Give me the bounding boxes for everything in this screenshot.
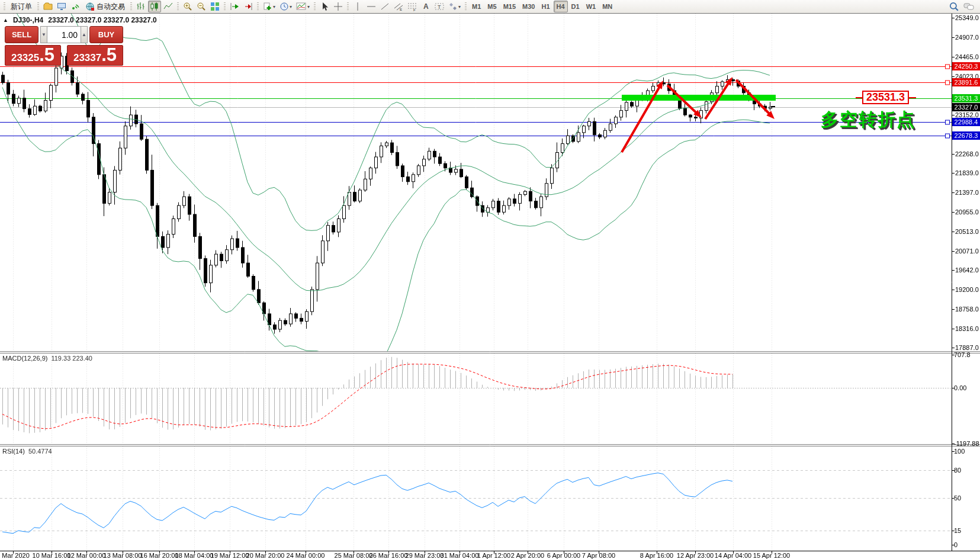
- one-click-trade-panel: SELL ▼ ▲ BUY 23325 .5 23337 .5: [5, 26, 123, 66]
- svg-text:T: T: [438, 4, 441, 10]
- horizontal-line-tool-icon[interactable]: [365, 1, 378, 12]
- sell-button[interactable]: SELL: [5, 26, 38, 43]
- new-order-button[interactable]: 新订单: [8, 1, 35, 12]
- auto-scroll-icon[interactable]: [228, 1, 241, 12]
- main-toolbar: 新订单 自动交易: [0, 0, 980, 14]
- new-chart-button[interactable]: ▾: [261, 1, 277, 12]
- periods-button[interactable]: ▾: [278, 1, 294, 12]
- collapse-panel-icon[interactable]: ▲: [3, 17, 8, 23]
- zoom-out-icon[interactable]: [195, 1, 208, 12]
- tab-timeframe-D1[interactable]: D1: [568, 1, 583, 12]
- toolbar-drag-handle[interactable]: [177, 2, 179, 11]
- symbol-period-label: DJ30-,H4: [13, 16, 43, 24]
- terminal-icon[interactable]: [55, 1, 68, 12]
- turning-point-annotation[interactable]: 多空转折点: [821, 108, 915, 132]
- tab-timeframe-M1[interactable]: M1: [469, 1, 484, 12]
- toolbar-drag-handle[interactable]: [314, 2, 316, 11]
- svg-text:A: A: [423, 2, 429, 11]
- text-label-tool-icon[interactable]: T: [433, 1, 446, 12]
- chevron-down-icon: ▾: [307, 4, 310, 9]
- rsi-label: RSI(14): [2, 448, 25, 455]
- autotrading-button[interactable]: 自动交易: [82, 1, 128, 12]
- toolbar-drag-handle[interactable]: [224, 2, 226, 11]
- equidistant-channel-tool-icon[interactable]: E: [392, 1, 405, 12]
- tab-timeframe-H4[interactable]: H4: [554, 1, 568, 12]
- tab-timeframe-M15[interactable]: M15: [500, 1, 519, 12]
- text-tool-icon[interactable]: A: [419, 1, 432, 12]
- rsi-pane-title: RSI(14)50.4774: [2, 448, 52, 455]
- cursor-icon[interactable]: [318, 1, 331, 12]
- chart-title: ▲ DJ30-,H4 23327.0 23327.0 23327.0 23327…: [3, 16, 157, 24]
- chevron-down-icon: ▾: [290, 4, 292, 9]
- toolbar-drag-handle[interactable]: [4, 2, 5, 11]
- volume-decrease-button[interactable]: ▼: [40, 26, 47, 43]
- line-chart-icon[interactable]: [162, 1, 175, 12]
- chat-icon[interactable]: [962, 1, 976, 12]
- fibonacci-tool-icon[interactable]: F: [406, 1, 419, 12]
- trendline-tool-icon[interactable]: [378, 1, 391, 12]
- tab-timeframe-W1[interactable]: W1: [583, 1, 599, 12]
- rsi-value: 50.4774: [28, 448, 52, 455]
- tab-timeframe-H1[interactable]: H1: [538, 1, 552, 12]
- sell-price-fraction: .5: [39, 46, 54, 64]
- autotrading-label: 自动交易: [97, 2, 125, 12]
- toolbar-drag-handle[interactable]: [347, 2, 349, 11]
- toolbar-drag-handle[interactable]: [465, 2, 467, 11]
- sell-price-button[interactable]: 23325 .5: [5, 45, 61, 66]
- toolbar-drag-handle[interactable]: [130, 2, 132, 11]
- macd-label: MACD(12,26,9): [2, 355, 47, 362]
- volume-input[interactable]: [47, 26, 81, 43]
- chevron-down-icon: ▾: [273, 4, 275, 9]
- volume-stepper: ▼ ▲: [40, 26, 88, 43]
- timeframe-group: M1M5M15M30H1H4D1W1MN: [469, 1, 615, 12]
- volume-increase-button[interactable]: ▲: [81, 26, 88, 43]
- buy-price-button[interactable]: 23337 .5: [67, 45, 123, 66]
- bar-chart-icon[interactable]: [134, 1, 147, 12]
- search-icon[interactable]: [947, 1, 961, 12]
- svg-text:E: E: [400, 8, 402, 11]
- chevron-down-icon: ▾: [458, 4, 461, 9]
- tile-windows-icon[interactable]: [208, 1, 221, 12]
- autotrading-globe-icon: [85, 2, 95, 11]
- chart-profile-icon[interactable]: [41, 1, 54, 12]
- chart-canvas[interactable]: [0, 0, 980, 559]
- price-level-annotation-box[interactable]: 23531.3: [862, 91, 909, 104]
- tab-timeframe-M30[interactable]: M30: [519, 1, 538, 12]
- vertical-line-tool-icon[interactable]: [351, 1, 364, 12]
- tab-timeframe-MN[interactable]: MN: [599, 1, 615, 12]
- buy-price-fraction: .5: [101, 46, 117, 64]
- tab-timeframe-M5[interactable]: M5: [484, 1, 499, 12]
- signals-icon[interactable]: [69, 1, 82, 12]
- buy-button[interactable]: BUY: [89, 26, 123, 43]
- buy-price-main: 23337: [73, 49, 101, 66]
- shapes-tool-button[interactable]: ▾: [446, 1, 462, 12]
- svg-text:F: F: [413, 8, 416, 11]
- candlestick-chart-icon[interactable]: [148, 1, 161, 12]
- zoom-in-icon[interactable]: [181, 1, 194, 12]
- crosshair-icon[interactable]: [332, 1, 345, 12]
- toolbar-drag-handle[interactable]: [37, 2, 39, 11]
- macd-pane-title: MACD(12,26,9)119.33 223.40: [2, 355, 92, 362]
- sell-price-main: 23325: [11, 49, 39, 66]
- macd-values: 119.33 223.40: [51, 355, 92, 362]
- chart-shift-icon[interactable]: [242, 1, 255, 12]
- toolbar-drag-handle[interactable]: [257, 2, 259, 11]
- ohlc-values: 23327.0 23327.0 23327.0 23327.0: [48, 16, 157, 24]
- trading-platform-window: 新订单 自动交易: [0, 0, 980, 559]
- indicators-button[interactable]: ▾: [294, 1, 311, 12]
